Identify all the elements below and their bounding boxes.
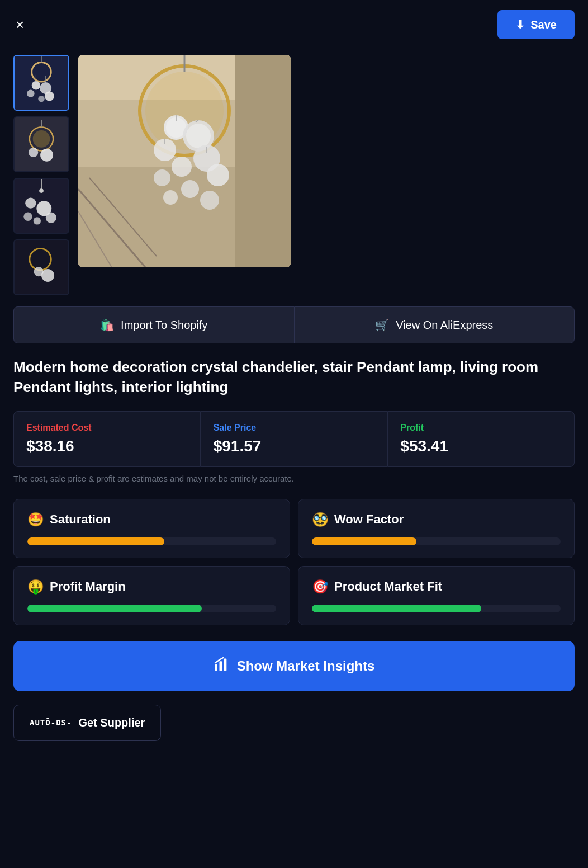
saturation-label: Saturation	[50, 512, 111, 527]
svg-point-44	[181, 180, 199, 198]
saturation-progress-bg	[27, 537, 276, 545]
wow-factor-card: 🥸 Wow Factor	[298, 499, 575, 558]
thumbnail-list	[13, 55, 69, 295]
chart-icon	[214, 657, 229, 676]
cost-label: Estimated Cost	[26, 423, 188, 433]
wow-factor-progress-fill	[312, 537, 416, 545]
import-shopify-button[interactable]: 🛍️ Import To Shopify	[13, 306, 294, 343]
svg-rect-56	[224, 658, 226, 671]
svg-point-18	[39, 188, 44, 193]
get-supplier-button[interactable]: AUTŌ-DS- Get Supplier	[13, 705, 161, 741]
product-market-fit-label: Product Market Fit	[334, 579, 442, 594]
svg-rect-31	[235, 55, 291, 267]
product-market-fit-progress-bg	[312, 605, 561, 612]
svg-point-38	[186, 124, 211, 148]
product-section	[0, 49, 588, 306]
profit-card: Profit $53.41	[387, 411, 575, 467]
header: × ⬇ Save	[0, 0, 588, 49]
thumbnail-1[interactable]	[13, 55, 69, 111]
svg-point-41	[172, 157, 192, 177]
import-label: Import To Shopify	[121, 319, 207, 332]
product-market-fit-title: 🎯 Product Market Fit	[312, 579, 561, 595]
svg-point-21	[23, 213, 32, 221]
product-market-fit-card: 🎯 Product Market Fit	[298, 566, 575, 625]
svg-point-5	[45, 91, 54, 101]
saturation-card: 🤩 Saturation	[13, 499, 290, 558]
thumbnail-2[interactable]	[13, 116, 69, 172]
price-disclaimer: The cost, sale price & profit are estima…	[0, 474, 588, 483]
sale-label: Sale Price	[214, 423, 375, 433]
cost-card: Estimated Cost $38.16	[13, 411, 201, 467]
svg-point-46	[200, 191, 219, 210]
svg-point-14	[40, 149, 53, 162]
action-buttons: 🛍️ Import To Shopify 🛒 View On AliExpres…	[0, 306, 588, 343]
sale-value: $91.57	[214, 437, 375, 455]
main-product-image	[78, 55, 291, 267]
metrics-grid: 🤩 Saturation 🥸 Wow Factor 🤑 Profit Margi…	[0, 499, 588, 625]
profit-margin-label: Profit Margin	[50, 579, 126, 594]
supplier-label: Get Supplier	[78, 716, 145, 729]
view-aliexpress-button[interactable]: 🛒 View On AliExpress	[294, 306, 575, 343]
profit-margin-progress-bg	[27, 605, 276, 612]
saturation-emoji: 🤩	[27, 512, 44, 527]
profit-value: $53.41	[400, 437, 562, 455]
svg-point-13	[29, 148, 38, 157]
aliexpress-label: View On AliExpress	[396, 319, 493, 332]
svg-rect-55	[219, 661, 222, 671]
wow-factor-progress-bg	[312, 537, 561, 545]
svg-point-27	[41, 269, 54, 282]
svg-point-19	[25, 198, 36, 209]
product-title: Modern home decoration crystal chandelie…	[0, 357, 588, 398]
product-market-fit-progress-fill	[312, 605, 481, 612]
save-button[interactable]: ⬇ Save	[497, 10, 575, 39]
wow-factor-emoji: 🥸	[312, 512, 329, 527]
svg-point-42	[154, 169, 170, 186]
svg-point-45	[163, 190, 178, 205]
profit-margin-title: 🤑 Profit Margin	[27, 579, 276, 595]
price-cards: Estimated Cost $38.16 Sale Price $91.57 …	[0, 411, 588, 467]
thumbnail-4[interactable]	[13, 239, 69, 295]
profit-label: Profit	[400, 423, 562, 433]
profit-margin-progress-fill	[27, 605, 202, 612]
close-button[interactable]: ×	[13, 15, 26, 34]
save-icon: ⬇	[515, 18, 525, 31]
svg-rect-54	[215, 664, 217, 671]
saturation-title: 🤩 Saturation	[27, 512, 276, 527]
svg-point-4	[27, 89, 34, 97]
aliexpress-icon: 🛒	[375, 318, 389, 332]
svg-point-12	[33, 130, 50, 148]
thumbnail-3[interactable]	[13, 178, 69, 234]
svg-point-43	[207, 164, 229, 186]
svg-point-6	[38, 96, 45, 102]
sale-card: Sale Price $91.57	[201, 411, 388, 467]
wow-factor-label: Wow Factor	[334, 512, 404, 527]
profit-margin-emoji: 🤑	[27, 579, 44, 595]
market-insights-label: Show Market Insights	[237, 658, 375, 674]
svg-point-2	[32, 81, 40, 89]
market-insights-button[interactable]: Show Market Insights	[13, 641, 575, 691]
wow-factor-title: 🥸 Wow Factor	[312, 512, 561, 527]
svg-point-22	[46, 213, 56, 223]
save-label: Save	[530, 18, 557, 31]
autods-logo: AUTŌ-DS-	[30, 718, 72, 727]
profit-margin-card: 🤑 Profit Margin	[13, 566, 290, 625]
saturation-progress-fill	[27, 537, 164, 545]
svg-point-23	[34, 217, 41, 224]
cost-value: $38.16	[26, 437, 188, 455]
product-market-fit-emoji: 🎯	[312, 579, 329, 595]
shopify-icon: 🛍️	[100, 318, 114, 332]
